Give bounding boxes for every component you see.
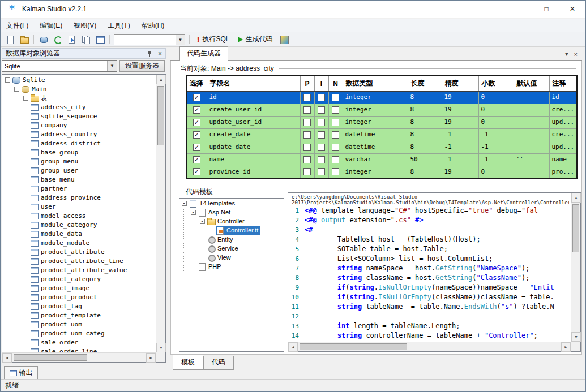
template-tree[interactable]: -T4Templates-Asp.Net-ControllerControlle… — [179, 198, 284, 352]
scroll-left-icon[interactable]: ◄ — [288, 342, 298, 352]
exec-sql-button[interactable]: !执行SQL — [193, 33, 233, 45]
template-node[interactable]: -Controller — [179, 217, 284, 226]
grid-row[interactable]: ✓create_datedatetime8-1-1cre... — [186, 128, 577, 141]
scroll-up-icon[interactable]: ▲ — [156, 75, 166, 84]
pk-checkbox[interactable] — [303, 119, 311, 126]
grid-column-header[interactable]: 注释 — [549, 76, 577, 91]
nullable-checkbox[interactable] — [332, 106, 339, 114]
panel-close-icon[interactable]: × — [157, 50, 163, 58]
grid-column-header[interactable]: 字段名 — [207, 76, 300, 91]
template-node[interactable]: Entity — [179, 235, 284, 244]
tree-item-table[interactable]: base_menu — [3, 175, 155, 184]
tree-item-table[interactable]: product_product — [3, 292, 155, 301]
tree-item-table[interactable]: base_group — [3, 148, 155, 157]
tree-item-table[interactable]: address_district — [3, 139, 155, 148]
tree-item-table[interactable]: product_attribute_value — [3, 265, 155, 274]
document-close-icon[interactable]: × — [574, 51, 578, 58]
nullable-checkbox[interactable] — [332, 168, 339, 175]
tree-item-database[interactable]: -Main — [3, 84, 155, 93]
new-file-button[interactable] — [3, 34, 16, 45]
tree-item-table[interactable]: address_city — [3, 102, 155, 111]
template-node[interactable]: View — [179, 253, 284, 262]
identity-checkbox[interactable] — [318, 119, 325, 126]
identity-checkbox[interactable] — [318, 94, 325, 101]
scrollbar-thumb[interactable] — [572, 204, 579, 252]
menu-item[interactable]: 文件(F) — [1, 19, 34, 33]
window-layout-button[interactable] — [93, 34, 106, 45]
tab-code-generator[interactable]: 代码生成器 — [179, 46, 228, 61]
tree-item-table[interactable]: product_image — [3, 283, 155, 292]
identity-checkbox[interactable] — [318, 106, 325, 114]
tree-item-table[interactable]: product_attribute — [3, 247, 155, 256]
editor-vertical-scrollbar[interactable]: ▲ ▼ — [571, 193, 580, 342]
copy-script-button[interactable] — [79, 34, 92, 45]
identity-checkbox[interactable] — [318, 144, 325, 151]
nullable-checkbox[interactable] — [332, 119, 339, 126]
scrollbar-thumb[interactable] — [300, 343, 407, 350]
identity-checkbox[interactable] — [318, 168, 325, 175]
tree-item-table[interactable]: user — [3, 202, 155, 211]
template-node[interactable]: -Asp.Net — [179, 208, 284, 217]
tree-item-table[interactable]: module_module — [3, 238, 155, 247]
field-grid[interactable]: 选择字段名PIN数据类型长度精度小数默认值注释 ✓idinteger8190id… — [186, 75, 578, 179]
tree-expander-icon[interactable]: - — [21, 93, 30, 102]
row-select-checkbox[interactable]: ✓ — [193, 119, 200, 126]
minimize-button[interactable]: – — [507, 1, 533, 18]
editor-horizontal-scrollbar[interactable]: ◄ ► — [288, 342, 571, 351]
tree-item-table[interactable]: product_uom — [3, 320, 155, 329]
tree-item-table[interactable]: sale_order_line — [3, 347, 155, 352]
tree-item-table[interactable]: address_province — [3, 193, 155, 202]
nullable-checkbox[interactable] — [332, 156, 339, 163]
grid-column-header[interactable]: 默认值 — [514, 76, 549, 91]
identity-checkbox[interactable] — [318, 131, 325, 139]
scroll-right-icon[interactable]: ► — [561, 342, 571, 352]
grid-column-header[interactable]: 长度 — [408, 76, 442, 91]
tree-item-table[interactable]: address_country — [3, 130, 155, 139]
set-server-button[interactable]: 设置服务器 — [119, 60, 165, 72]
row-select-checkbox[interactable]: ✓ — [193, 131, 200, 139]
grid-row[interactable]: ✓update_datedatetime8-1-1upd... — [186, 141, 577, 153]
grid-row[interactable]: ✓create_user_idinteger8190cre... — [186, 104, 577, 116]
scroll-right-icon[interactable]: ► — [146, 353, 156, 363]
grid-column-header[interactable]: 数据类型 — [343, 76, 408, 91]
tab-code[interactable]: 代码 — [203, 356, 234, 370]
scrollbar-thumb[interactable] — [157, 86, 164, 145]
code-area[interactable]: 1<#@ template language="C#" hostSpecific… — [288, 206, 571, 342]
row-select-checkbox[interactable]: ✓ — [193, 144, 200, 151]
output-tab[interactable]: 输出 — [4, 366, 38, 380]
tree-item-table[interactable]: sale_order — [3, 338, 155, 347]
template-node[interactable]: PHP — [179, 262, 284, 271]
grid-column-header[interactable]: N — [328, 76, 343, 91]
row-select-checkbox[interactable]: ✓ — [193, 156, 200, 163]
grid-row[interactable]: ✓namevarchar50-1-1''name — [186, 153, 577, 166]
row-select-checkbox[interactable]: ✓ — [193, 106, 200, 114]
save-database-button[interactable] — [37, 34, 50, 45]
tree-item-table[interactable]: module_category — [3, 220, 155, 229]
grid-column-header[interactable]: 选择 — [186, 76, 207, 91]
tree-item-table[interactable]: partner — [3, 184, 155, 193]
scroll-up-icon[interactable]: ▲ — [571, 193, 581, 203]
tree-item-table[interactable]: company — [3, 120, 155, 130]
tree-item-table[interactable]: module_data — [3, 229, 155, 238]
pk-checkbox[interactable] — [303, 106, 311, 114]
menu-item[interactable]: 视图(V) — [68, 19, 102, 33]
tree-expander-icon[interactable]: - — [189, 208, 198, 217]
menu-item[interactable]: 帮助(H) — [136, 19, 170, 33]
open-folder-button[interactable] — [18, 34, 31, 45]
template-node[interactable]: Service — [179, 244, 284, 253]
pin-icon[interactable] — [147, 50, 153, 57]
template-node[interactable]: -T4Templates — [179, 199, 284, 208]
tree-item-table[interactable]: group_menu — [3, 157, 155, 166]
tree-horizontal-scrollbar[interactable]: ◄ ► — [2, 352, 156, 362]
tree-item-table[interactable]: product_category — [3, 274, 155, 283]
tree-item-table[interactable]: product_attribute_line — [3, 256, 155, 265]
tree-item-table[interactable]: product_uom_categ — [3, 329, 155, 338]
identity-checkbox[interactable] — [318, 156, 325, 163]
generate-code-button[interactable]: 生成代码 — [234, 33, 276, 45]
code-editor[interactable]: e:\Users\yangdong\Documents\Visual Studi… — [288, 192, 581, 352]
maximize-button[interactable]: □ — [533, 1, 559, 18]
pk-checkbox[interactable] — [303, 131, 311, 139]
template-manager-button[interactable] — [277, 34, 290, 45]
database-tree[interactable]: -Sqlite-Main-表address_citysqlite_sequenc… — [2, 74, 166, 363]
row-select-checkbox[interactable]: ✓ — [193, 168, 200, 175]
